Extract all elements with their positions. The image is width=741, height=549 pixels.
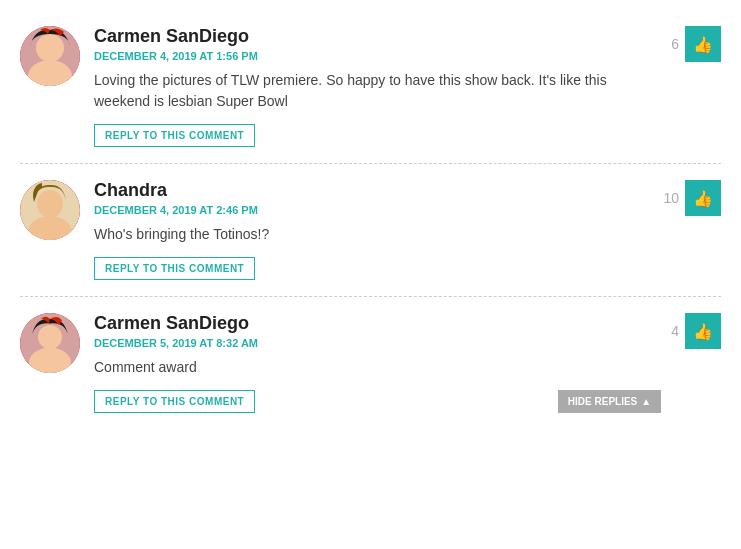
avatar — [20, 313, 80, 373]
comment-date: DECEMBER 4, 2019 AT 1:56 PM — [94, 50, 661, 62]
triangle-up-icon: ▲ — [641, 396, 651, 407]
like-count: 4 — [671, 323, 679, 339]
comment-item: Chandra DECEMBER 4, 2019 AT 2:46 PM Who'… — [20, 164, 721, 297]
thumbs-up-icon: 👍 — [693, 189, 713, 208]
like-section: 4 👍 — [671, 313, 721, 349]
reply-to-comment-button[interactable]: REPLY TO THIS COMMENT — [94, 390, 255, 413]
comment-info: Carmen SanDiego DECEMBER 4, 2019 AT 1:56… — [94, 26, 661, 147]
reply-to-comment-button[interactable]: REPLY TO THIS COMMENT — [94, 257, 255, 280]
svg-point-1 — [36, 34, 64, 62]
like-section: 6 👍 — [671, 26, 721, 62]
like-count: 6 — [671, 36, 679, 52]
comment-footer: REPLY TO THIS COMMENT HIDE REPLIES ▲ — [94, 390, 661, 413]
like-button[interactable]: 👍 — [685, 26, 721, 62]
comment-text: Loving the pictures of TLW premiere. So … — [94, 70, 661, 112]
comment-item: Carmen SanDiego DECEMBER 4, 2019 AT 1:56… — [20, 10, 721, 164]
like-section: 10 👍 — [663, 180, 721, 216]
like-button[interactable]: 👍 — [685, 180, 721, 216]
comment-info: Chandra DECEMBER 4, 2019 AT 2:46 PM Who'… — [94, 180, 653, 280]
like-button[interactable]: 👍 — [685, 313, 721, 349]
avatar — [20, 180, 80, 240]
hide-replies-button[interactable]: HIDE REPLIES ▲ — [558, 390, 661, 413]
comment-text: Comment award — [94, 357, 661, 378]
comment-date: DECEMBER 5, 2019 AT 8:32 AM — [94, 337, 661, 349]
comment-author: Carmen SanDiego — [94, 313, 661, 334]
comment-item: Carmen SanDiego DECEMBER 5, 2019 AT 8:32… — [20, 297, 721, 429]
like-count: 10 — [663, 190, 679, 206]
thumbs-up-icon: 👍 — [693, 35, 713, 54]
svg-point-4 — [37, 190, 63, 218]
comment-author: Carmen SanDiego — [94, 26, 661, 47]
hide-replies-label: HIDE REPLIES — [568, 396, 637, 407]
svg-point-7 — [38, 325, 62, 349]
comments-container: Carmen SanDiego DECEMBER 4, 2019 AT 1:56… — [0, 0, 741, 439]
thumbs-up-icon: 👍 — [693, 322, 713, 341]
comment-date: DECEMBER 4, 2019 AT 2:46 PM — [94, 204, 653, 216]
avatar — [20, 26, 80, 86]
comment-info: Carmen SanDiego DECEMBER 5, 2019 AT 8:32… — [94, 313, 661, 413]
reply-to-comment-button[interactable]: REPLY TO THIS COMMENT — [94, 124, 255, 147]
comment-author: Chandra — [94, 180, 653, 201]
comment-text: Who's bringing the Totinos!? — [94, 224, 653, 245]
